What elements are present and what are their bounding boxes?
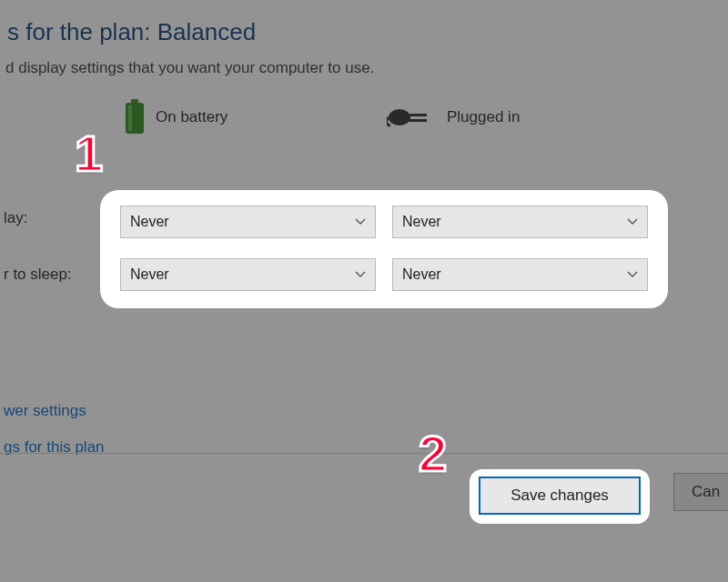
on-battery-label: On battery — [156, 108, 228, 126]
chevron-down-icon — [355, 216, 366, 227]
sleep-battery-dropdown[interactable]: Never — [120, 258, 376, 291]
sleep-plugged-dropdown[interactable]: Never — [392, 258, 648, 291]
plug-icon — [387, 105, 438, 129]
dropdown-group: Never Never Never Never — [107, 195, 661, 306]
svg-point-3 — [389, 109, 410, 125]
dropdown-value: Never — [402, 266, 441, 283]
save-changes-button[interactable]: Save changes — [479, 477, 641, 515]
page-title: s for the plan: Balanced — [7, 18, 728, 46]
sleep-row-label: r to sleep: — [4, 266, 72, 284]
chevron-down-icon — [355, 269, 366, 280]
plugged-in-label: Plugged in — [447, 108, 520, 126]
cancel-button[interactable]: Can — [673, 473, 728, 511]
svg-rect-2 — [128, 105, 132, 131]
save-button-wrap: Save changes — [479, 477, 641, 515]
turn-off-display-battery-dropdown[interactable]: Never — [120, 206, 376, 238]
dropdown-value: Never — [130, 214, 169, 230]
page-subtitle: d display settings that you want your co… — [5, 59, 728, 77]
dropdown-value: Never — [402, 214, 441, 230]
column-headers: On battery Plugged in — [123, 99, 728, 135]
plugged-in-column: Plugged in — [387, 105, 651, 129]
svg-rect-0 — [131, 99, 138, 103]
on-battery-column: On battery — [123, 99, 387, 135]
battery-icon — [123, 99, 147, 135]
display-row-label: lay: — [4, 209, 27, 227]
divider — [0, 453, 728, 454]
svg-rect-5 — [409, 119, 427, 122]
chevron-down-icon — [627, 216, 638, 227]
advanced-power-settings-link[interactable]: wer settings — [4, 402, 105, 420]
turn-off-display-plugged-dropdown[interactable]: Never — [392, 206, 648, 238]
chevron-down-icon — [627, 269, 638, 280]
restore-defaults-link[interactable]: gs for this plan — [4, 438, 105, 457]
svg-rect-4 — [409, 114, 427, 116]
dropdown-value: Never — [130, 266, 169, 283]
